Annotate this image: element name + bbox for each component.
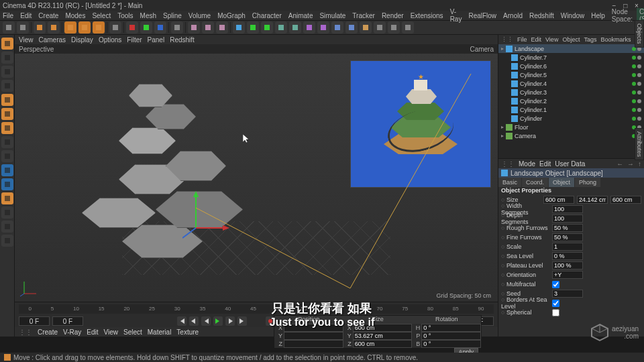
generator[interactable] <box>289 21 301 34</box>
rotate[interactable] <box>93 21 105 34</box>
tab-objects[interactable]: Objects <box>635 20 644 48</box>
attr-tab-basic[interactable]: Basic <box>498 178 521 187</box>
x-axis[interactable] <box>126 21 138 34</box>
menu-select[interactable]: Select <box>92 12 111 19</box>
current-frame-field[interactable] <box>52 316 83 326</box>
workplane[interactable] <box>1 80 13 92</box>
prop-field[interactable] <box>552 243 583 251</box>
obj-menu-tags[interactable]: Tags <box>584 36 596 43</box>
attr-menu-mode[interactable]: Mode <box>519 160 535 168</box>
point-mode[interactable] <box>1 94 13 106</box>
object-cylinder[interactable]: Cylinder <box>498 114 644 123</box>
mesh-block[interactable] <box>146 104 196 129</box>
environment[interactable] <box>331 21 343 34</box>
object-cylinder-4[interactable]: Cylinder.4 <box>498 79 644 88</box>
mesh-block[interactable] <box>119 127 176 154</box>
to-start-button[interactable] <box>177 316 186 326</box>
render[interactable] <box>188 21 200 34</box>
viewport-solo[interactable] <box>1 164 13 176</box>
snap[interactable] <box>1 178 13 190</box>
spline[interactable] <box>275 21 287 34</box>
menu-create[interactable]: Create <box>38 12 58 19</box>
menu-tools[interactable]: Tools <box>117 12 133 19</box>
menu-render[interactable]: Render <box>382 12 404 19</box>
prop-checkbox[interactable] <box>552 281 559 288</box>
object-list[interactable]: ▸LandscapeCylinder.7Cylinder.6Cylinder.5… <box>498 44 644 158</box>
tweak[interactable] <box>1 150 13 162</box>
nav-up-icon[interactable]: ↑ <box>638 160 641 168</box>
view-menu-options[interactable]: Options <box>99 36 121 44</box>
mat-menu-select[interactable]: Select <box>123 328 142 336</box>
menu-tracker[interactable]: Tracker <box>352 12 375 19</box>
viewport[interactable]: Grid Spacing: 50 cm ★ <box>15 54 498 302</box>
mat-menu-view[interactable]: View <box>103 328 118 336</box>
nav-fwd-icon[interactable]: → <box>627 160 634 168</box>
extrude[interactable] <box>261 21 273 34</box>
make-editable[interactable] <box>1 38 13 50</box>
prop-field[interactable] <box>552 261 583 269</box>
prop-checkbox[interactable] <box>552 309 559 316</box>
nav-back-icon[interactable]: ← <box>616 160 623 168</box>
attr-tab-object[interactable]: Object <box>549 178 574 187</box>
camera-icon[interactable] <box>345 21 358 34</box>
menu-character[interactable]: Character <box>252 12 282 19</box>
obj-menu-view[interactable]: View <box>545 36 558 43</box>
volume-icon[interactable] <box>402 21 414 34</box>
pen[interactable] <box>374 21 386 34</box>
redo[interactable] <box>17 21 29 34</box>
view-menu-panel[interactable]: Panel <box>148 36 165 44</box>
menu-edit[interactable]: Edit <box>20 12 32 19</box>
prop-field[interactable] <box>552 271 583 279</box>
cube[interactable] <box>233 21 245 34</box>
mat-menu-edit[interactable]: Edit <box>87 328 98 336</box>
field[interactable] <box>303 21 315 34</box>
menu-arnold[interactable]: Arnold <box>503 12 523 19</box>
menu-simulate[interactable]: Simulate <box>319 12 345 19</box>
play-button[interactable] <box>213 316 223 326</box>
coord-rot-b[interactable] <box>421 340 481 348</box>
coord-rot-h[interactable] <box>421 324 481 332</box>
recent[interactable] <box>109 21 121 34</box>
view-menu-redshift[interactable]: Redshift <box>170 36 195 44</box>
null[interactable] <box>388 21 400 34</box>
menu-v-ray[interactable]: V-Ray <box>450 8 462 23</box>
z-axis[interactable] <box>154 21 166 34</box>
light[interactable] <box>360 21 372 34</box>
prop-field[interactable] <box>552 215 583 223</box>
attr-menu-edit[interactable]: Edit <box>539 160 551 168</box>
texture-mode[interactable] <box>1 66 13 78</box>
rect-select[interactable] <box>48 21 60 34</box>
render-region[interactable] <box>202 21 214 34</box>
snap-settings[interactable] <box>1 192 13 204</box>
coord-size-z[interactable] <box>353 340 413 348</box>
prop-field[interactable] <box>552 233 583 241</box>
coord-size-y[interactable] <box>353 332 413 340</box>
object-cylinder-5[interactable]: Cylinder.5 <box>498 70 644 79</box>
prop-field[interactable] <box>552 224 583 232</box>
sds[interactable] <box>1 235 13 247</box>
mat-menu-texture[interactable]: Texture <box>176 328 199 336</box>
menu-file[interactable]: File <box>3 12 13 19</box>
prop-field[interactable] <box>552 205 583 213</box>
obj-menu-bookmarks[interactable]: Bookmarks <box>600 36 631 43</box>
coord-pos-y[interactable] <box>284 332 343 340</box>
coord-rot-p[interactable] <box>421 332 481 340</box>
obj-menu-edit[interactable]: Edit <box>531 36 542 43</box>
object-cylinder-7[interactable]: Cylinder.7 <box>498 53 644 62</box>
subdivide[interactable] <box>247 21 259 34</box>
camera-label[interactable]: Camera <box>470 46 494 53</box>
live-select[interactable] <box>34 21 46 34</box>
prop-field[interactable] <box>610 196 641 204</box>
coord-sys[interactable] <box>171 21 183 34</box>
timeline[interactable]: 051015202530354045505560657075808590 <box>15 302 498 315</box>
object-cylinder-1[interactable]: Cylinder.1 <box>498 105 644 114</box>
play-back-button[interactable] <box>201 316 211 326</box>
object-camera[interactable]: ▸Camera <box>498 131 644 140</box>
menu-window[interactable]: Window <box>561 12 585 19</box>
undo[interactable] <box>3 21 15 34</box>
prop-field[interactable] <box>552 252 583 260</box>
move[interactable] <box>64 21 76 34</box>
start-frame-field[interactable] <box>19 316 50 326</box>
obj-menu-object[interactable]: Object <box>562 36 580 43</box>
view-menu-display[interactable]: Display <box>71 36 93 44</box>
